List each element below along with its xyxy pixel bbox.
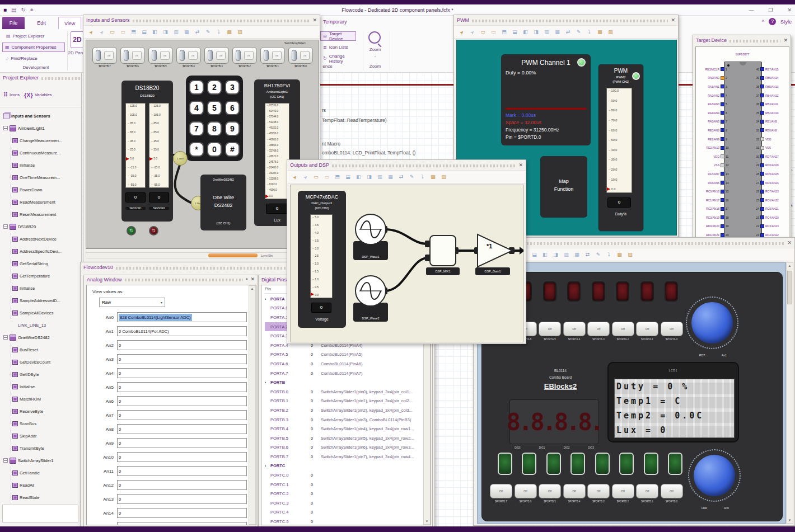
chip-pin[interactable]: VDD 11 bbox=[697, 152, 732, 161]
pin-row[interactable]: PORTC.5 0 bbox=[265, 517, 424, 525]
toolbar-icon[interactable]: ▩ bbox=[596, 28, 604, 36]
chip-pin[interactable]: 36 RB3/AN11 bbox=[753, 100, 789, 109]
toolbar-icon[interactable]: ⬓ bbox=[140, 28, 148, 36]
toolbar-icon[interactable]: ✎ bbox=[408, 173, 416, 181]
chip-pin[interactable]: RE2/AN10 10 bbox=[697, 143, 732, 152]
toolbar-icon[interactable]: ➤ bbox=[466, 26, 478, 37]
toolbar-icon[interactable]: ⬒ bbox=[500, 28, 508, 36]
project-explorer-button[interactable]: ▤ Project Explorer bbox=[3, 31, 62, 41]
macro-item[interactable]: ContinuousMeasure... bbox=[12, 147, 81, 159]
toolbar-icon[interactable]: ⤵ bbox=[605, 251, 613, 259]
pin-row[interactable]: PORTB.5 0 SwitchArraySlider1(pin5), keyp… bbox=[265, 434, 424, 443]
expander-icon[interactable] bbox=[265, 463, 270, 468]
chip-pin[interactable]: 33 RB0/AN8 bbox=[753, 126, 789, 135]
toolbar-icon[interactable]: ▭ bbox=[489, 28, 498, 36]
switch-lever[interactable] bbox=[96, 50, 101, 61]
toolbar-icon[interactable]: ▦ bbox=[386, 173, 395, 181]
chip-pin[interactable]: RC3/AN19 18 bbox=[697, 213, 732, 222]
chip-pin[interactable]: RA0/AN0 2 bbox=[697, 74, 732, 83]
minimize-button[interactable]: — bbox=[749, 7, 754, 13]
toolbar-icon[interactable]: ▥ bbox=[376, 173, 384, 181]
chip-pin[interactable]: RC2/AN18 17 bbox=[697, 205, 732, 214]
switch-lever[interactable] bbox=[264, 50, 269, 61]
macro-item[interactable]: ChangeMeasuremen... bbox=[12, 134, 81, 147]
onewire-junction[interactable]: 1-Wire bbox=[173, 151, 188, 166]
pin-row[interactable]: PORTA.7 0 ComboBL0114(PinA7) bbox=[265, 369, 424, 378]
chip-pin[interactable]: 38 RB5/AN13 bbox=[753, 82, 789, 91]
macro-item[interactable]: AddressNextDevice bbox=[12, 233, 81, 245]
toolbar-icon[interactable]: ▭ bbox=[479, 28, 487, 36]
window-titlebar[interactable]: PWM ✕ bbox=[454, 15, 678, 25]
switch-lever[interactable] bbox=[152, 50, 157, 61]
chip-pin[interactable]: 24 RC5/AN21 bbox=[753, 205, 789, 214]
onewire-ds2482-block[interactable]: OneWireDS2482 One Wire DS2482 (I2C CH1) bbox=[200, 175, 246, 230]
pot-knob[interactable] bbox=[694, 455, 735, 496]
toolbar-icon[interactable]: ⇄ bbox=[564, 28, 572, 36]
pin-row[interactable]: PORTC.0 0 bbox=[265, 470, 424, 480]
macro-item[interactable]: Initialise bbox=[12, 282, 81, 294]
switch-lever[interactable] bbox=[124, 50, 129, 61]
tree-group-row[interactable]: OneWireDS2482 bbox=[3, 331, 81, 343]
keypad-key[interactable]: 2 bbox=[207, 80, 222, 95]
toolbar-icon[interactable]: ◧ bbox=[521, 28, 530, 36]
keypad-key[interactable]: 7 bbox=[189, 121, 204, 136]
toolbar-icon[interactable]: ▨ bbox=[439, 173, 448, 181]
toolbar-icon[interactable]: ▩ bbox=[615, 251, 624, 259]
pwm-channel1-block[interactable]: PWM Channel 1 Duty = 0.00% Mark = 0.00us… bbox=[501, 54, 591, 145]
board-switch[interactable]: Off bbox=[539, 322, 561, 336]
macro-item[interactable]: GetIDByte bbox=[12, 368, 81, 380]
chip-pin[interactable]: RC1/AN17 16 bbox=[697, 196, 732, 205]
keypad-key[interactable]: 1 bbox=[189, 80, 204, 95]
vertical-scrollbar[interactable]: ▲ bbox=[249, 285, 256, 525]
slider-marker[interactable] bbox=[311, 293, 314, 296]
chip-pin[interactable]: RA1/AN1 3 bbox=[697, 82, 732, 91]
toolbar-icon[interactable]: ▥ bbox=[562, 251, 570, 259]
macro-item[interactable]: SampleAddressedD... bbox=[12, 294, 81, 307]
board-switch[interactable]: Off bbox=[612, 322, 634, 336]
pin-row[interactable]: PORTB.0 0 SwitchArraySlider1(pin0), keyp… bbox=[265, 387, 424, 397]
map-function-block[interactable]: Map Function bbox=[540, 156, 587, 218]
toolbar-icon[interactable]: ▨ bbox=[606, 28, 615, 36]
macro-item[interactable]: GetDeviceCount bbox=[12, 356, 81, 368]
ribbon-tab[interactable]: Edit bbox=[30, 17, 53, 29]
window-titlebar[interactable]: Outputs and DSP ✕ bbox=[287, 160, 526, 170]
macro-item[interactable]: AddressSpecificDevi... bbox=[12, 245, 81, 257]
close-icon[interactable]: ✕ bbox=[783, 38, 788, 43]
dsp-mixer-block[interactable] bbox=[429, 235, 456, 266]
variables-button[interactable]: {X} Variables bbox=[24, 92, 52, 98]
switch-lever[interactable] bbox=[236, 50, 241, 61]
toolbar-icon[interactable]: ▥ bbox=[543, 28, 551, 36]
chip-pin[interactable]: RE3/MCLR 1 bbox=[697, 65, 732, 74]
toolbar-icon[interactable]: ⬓ bbox=[511, 28, 519, 36]
icons-view-button[interactable]: ⠿ Icons bbox=[3, 91, 20, 98]
toolbar-icon[interactable]: ⬒ bbox=[333, 173, 342, 181]
analog-value-field[interactable]: 0 ComboBL0114(Pot ADC) bbox=[117, 326, 247, 336]
toolbar-icon[interactable]: ▦ bbox=[573, 251, 581, 259]
chip-pin[interactable]: VSS 12 bbox=[697, 161, 732, 170]
chip-pin[interactable]: RA2/AN2 4 bbox=[697, 91, 732, 100]
scroll-right-icon[interactable]: › bbox=[791, 168, 793, 173]
pin-row[interactable]: PORTB.1 0 SwitchArraySlider1(pin1), keyp… bbox=[265, 397, 424, 406]
toolbar-icon[interactable]: ⬒ bbox=[129, 28, 138, 36]
chip-pin[interactable]: 31 VSS bbox=[753, 143, 789, 152]
toolbar-icon[interactable]: ▭ bbox=[108, 28, 116, 36]
board-switch[interactable]: Off bbox=[563, 484, 586, 498]
ds18b20-block[interactable]: DS18B20 DS18B20 125.0105.085.065.045.025… bbox=[121, 81, 173, 222]
slider-marker[interactable] bbox=[265, 195, 269, 198]
close-icon[interactable]: ✕ bbox=[312, 18, 317, 23]
expander-icon[interactable] bbox=[3, 335, 8, 340]
analog-value-field[interactable]: 0 bbox=[117, 522, 247, 525]
toolbar-icon[interactable]: ⤵ bbox=[418, 173, 427, 181]
switch-lever[interactable] bbox=[180, 50, 185, 61]
analog-value-field[interactable]: 0 bbox=[117, 424, 247, 434]
toolbar-icon[interactable]: ✎ bbox=[594, 251, 602, 259]
toggle-switch[interactable]: On bbox=[232, 47, 257, 64]
macro-item[interactable]: PowerDown bbox=[12, 183, 81, 196]
toggle-switch[interactable]: On bbox=[148, 47, 173, 64]
macro-item[interactable]: ReadAll bbox=[12, 479, 81, 491]
dac-block[interactable]: MCP47x6DAC DAC_Output1 (I2C CH2) 5.04.54… bbox=[298, 191, 346, 328]
macro-item[interactable]: GetHandle bbox=[12, 467, 81, 479]
find-replace-button[interactable]: ⌕ Find/Replace bbox=[3, 54, 54, 63]
macro-item[interactable]: ResetMeasurement bbox=[12, 208, 81, 220]
toolbar-icon[interactable]: ✎ bbox=[204, 28, 212, 36]
